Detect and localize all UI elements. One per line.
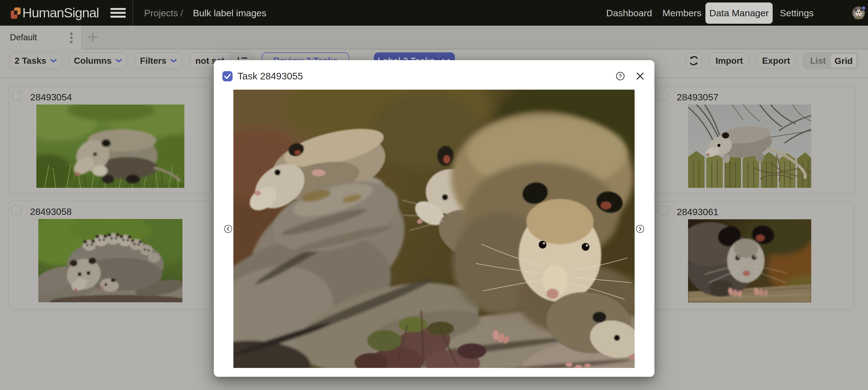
svg-text:?: ? [619, 73, 622, 79]
